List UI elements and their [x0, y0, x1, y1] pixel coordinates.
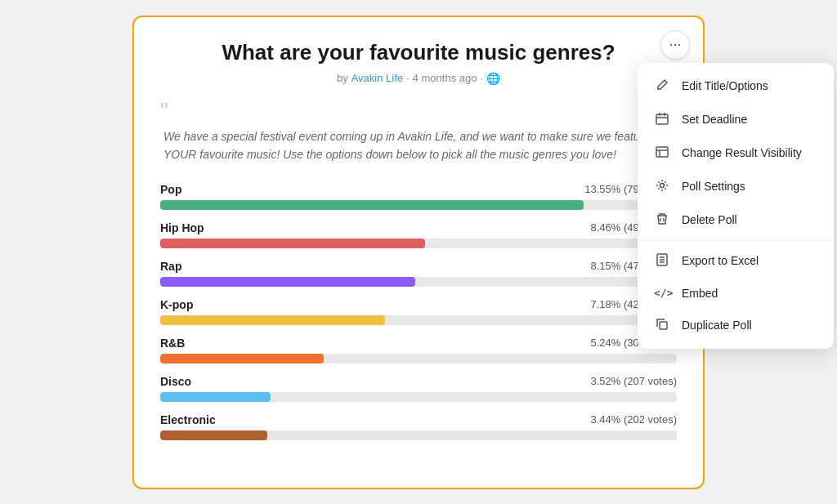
meta-dot: · [406, 72, 410, 84]
poll-meta: by Avakin Life · 4 months ago · 🌐 [160, 72, 677, 85]
dropdown-item-edit-title[interactable]: Edit Title/Options [638, 69, 834, 103]
poll-item-label: Pop [160, 183, 181, 196]
visibility-icon [654, 145, 670, 161]
options-button[interactable]: ··· [660, 30, 690, 60]
poll-description: We have a special festival event coming … [160, 127, 677, 164]
poll-bar-bg [160, 354, 677, 364]
poll-item: Pop 13.55% (796 votes) [160, 183, 677, 210]
globe-icon: 🌐 [486, 72, 500, 85]
poll-item: Hip Hop 8.46% (497 votes) [160, 221, 677, 248]
meta-dot2: · [480, 72, 483, 84]
dropdown-item-export-excel[interactable]: Export to Excel [638, 244, 834, 278]
poll-card: ··· Edit Title/Options Set Deadlin [132, 16, 705, 489]
poll-item-label: Hip Hop [160, 221, 204, 234]
dropdown-item-delete-poll[interactable]: Delete Poll [638, 203, 834, 237]
poll-bar-fill [160, 392, 271, 402]
poll-item-label: R&B [160, 337, 185, 350]
svg-point-7 [660, 183, 665, 187]
poll-items-container: Pop 13.55% (796 votes) Hip Hop 8.46% (49… [160, 183, 677, 440]
dropdown-menu: Edit Title/Options Set Deadline [638, 63, 834, 349]
poll-item-label: K-pop [160, 298, 193, 311]
poll-bar-bg [160, 277, 677, 287]
edit-icon [654, 78, 670, 94]
trash-icon [654, 212, 670, 228]
poll-item-stats: 3.44% (202 votes) [590, 413, 677, 426]
poll-bar-bg [160, 315, 677, 325]
svg-rect-4 [656, 147, 668, 157]
calendar-icon [654, 112, 670, 127]
poll-item: Electronic 3.44% (202 votes) [160, 413, 677, 440]
time-ago: 4 months ago [413, 72, 477, 84]
poll-title: What are your favourite music genres? [160, 40, 677, 65]
poll-bar-bg [160, 430, 677, 440]
poll-bar-bg [160, 392, 677, 402]
poll-bar-fill [160, 277, 415, 287]
by-label: by [337, 72, 348, 84]
dropdown-divider [638, 240, 834, 241]
poll-bar-fill [160, 315, 385, 325]
dropdown-label: Duplicate Poll [682, 319, 752, 332]
settings-icon [654, 179, 670, 194]
duplicate-icon [654, 318, 670, 333]
dropdown-item-set-deadline[interactable]: Set Deadline [638, 103, 834, 136]
dropdown-label: Delete Poll [682, 213, 737, 226]
dropdown-label: Edit Title/Options [682, 79, 768, 92]
poll-item: R&B 5.24% (308 votes) [160, 337, 677, 364]
dropdown-label: Poll Settings [682, 180, 745, 193]
dropdown-item-poll-settings[interactable]: Poll Settings [638, 170, 834, 203]
poll-bar-fill [160, 354, 324, 364]
poll-item-label: Rap [160, 260, 181, 273]
poll-item: Rap 8.15% (479 votes) [160, 260, 677, 287]
poll-item-label: Disco [160, 375, 191, 388]
poll-item: K-pop 7.18% (422 votes) [160, 298, 677, 325]
dropdown-item-embed[interactable]: </> Embed [638, 278, 834, 309]
poll-bar-fill [160, 200, 584, 210]
author-link[interactable]: Avakin Life [351, 72, 403, 84]
dropdown-label: Export to Excel [682, 254, 759, 267]
dropdown-item-change-visibility[interactable]: Change Result Visibility [638, 136, 834, 170]
poll-bar-fill [160, 239, 425, 248]
poll-item-label: Electronic [160, 413, 216, 426]
dropdown-label: Set Deadline [682, 113, 747, 126]
options-icon: ··· [669, 36, 681, 53]
poll-bar-bg [160, 200, 677, 210]
dropdown-label: Embed [682, 287, 718, 300]
svg-rect-0 [656, 114, 668, 124]
quote-icon: " [160, 100, 677, 123]
poll-item: Disco 3.52% (207 votes) [160, 375, 677, 402]
embed-icon: </> [654, 287, 670, 299]
poll-bar-bg [160, 239, 677, 248]
poll-item-stats: 3.52% (207 votes) [590, 375, 677, 388]
dropdown-label: Change Result Visibility [682, 146, 802, 159]
svg-rect-14 [660, 322, 667, 329]
excel-icon [654, 253, 670, 269]
poll-bar-fill [160, 430, 267, 440]
dropdown-item-duplicate-poll[interactable]: Duplicate Poll [638, 309, 834, 342]
